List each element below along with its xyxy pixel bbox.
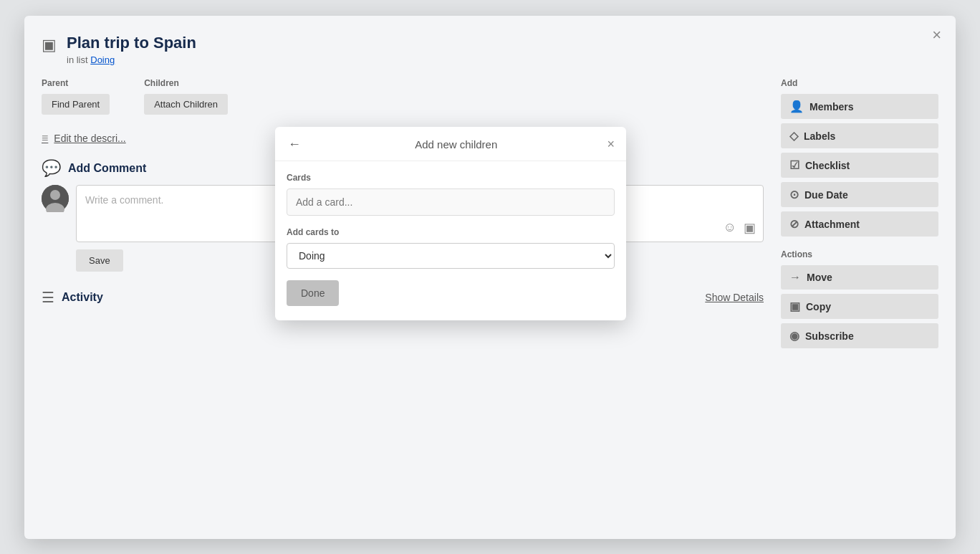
save-comment-button[interactable]: Save bbox=[76, 249, 123, 272]
add-children-popup: ← Add new children × Cards Add cards to … bbox=[275, 127, 626, 320]
avatar bbox=[42, 185, 69, 212]
popup-title: Add new children bbox=[305, 138, 607, 151]
find-parent-button[interactable]: Find Parent bbox=[42, 94, 110, 115]
activity-icon: ☰ bbox=[42, 289, 54, 306]
children-group: Children Attach Children bbox=[144, 78, 228, 115]
desc-icon: ≡ bbox=[42, 132, 48, 145]
comment-title: Add Comment bbox=[68, 162, 146, 175]
card-search-input[interactable] bbox=[287, 188, 615, 216]
members-button[interactable]: 👤 Members bbox=[781, 94, 938, 119]
modal-header: ▣ Plan trip to Spain in list Doing bbox=[42, 33, 938, 66]
members-label: Members bbox=[810, 101, 853, 113]
list-select[interactable]: Doing To Do Done bbox=[287, 243, 615, 269]
checklist-icon: ☑ bbox=[789, 158, 799, 172]
card-attach-icon[interactable]: ▣ bbox=[744, 220, 756, 236]
popup-done-button[interactable]: Done bbox=[287, 280, 339, 306]
emoji-icon[interactable]: ☺ bbox=[724, 220, 736, 236]
copy-button[interactable]: ▣ Copy bbox=[781, 294, 938, 319]
subscribe-label: Subscribe bbox=[805, 330, 854, 342]
move-icon: → bbox=[789, 271, 801, 284]
modal: × ▣ Plan trip to Spain in list Doing Par… bbox=[24, 16, 956, 539]
actions-section-title: Actions bbox=[781, 249, 938, 259]
subscribe-icon: ◉ bbox=[789, 329, 799, 343]
add-cards-to-label: Add cards to bbox=[287, 227, 615, 237]
popup-body: Cards Add cards to Doing To Do Done Done bbox=[275, 161, 626, 320]
attachment-label: Attachment bbox=[804, 219, 860, 230]
description-text: Edit the descri... bbox=[54, 133, 125, 144]
actions-section: Actions → Move ▣ Copy ◉ Subscribe bbox=[781, 249, 938, 348]
card-subtitle: in list Doing bbox=[67, 54, 196, 65]
labels-icon: ◇ bbox=[789, 129, 798, 143]
due-date-icon: ⊙ bbox=[789, 188, 799, 201]
checklist-button[interactable]: ☑ Checklist bbox=[781, 153, 938, 178]
members-icon: 👤 bbox=[789, 100, 804, 113]
card-icon: ▣ bbox=[42, 36, 57, 54]
right-panel: Add 👤 Members ◇ Labels ☑ Checklist ⊙ Due… bbox=[781, 78, 938, 521]
show-details-button[interactable]: Show Details bbox=[705, 292, 764, 303]
subscribe-button[interactable]: ◉ Subscribe bbox=[781, 323, 938, 348]
relations-row: Parent Find Parent Children Attach Child… bbox=[42, 78, 764, 115]
popup-close-button[interactable]: × bbox=[607, 137, 615, 152]
move-label: Move bbox=[807, 272, 832, 283]
comment-icon: 💬 bbox=[42, 159, 61, 178]
activity-title: Activity bbox=[62, 291, 103, 304]
card-title: Plan trip to Spain bbox=[67, 33, 196, 54]
labels-button[interactable]: ◇ Labels bbox=[781, 123, 938, 148]
add-section-title: Add bbox=[781, 78, 938, 88]
attachment-button[interactable]: ⊘ Attachment bbox=[781, 211, 938, 237]
list-link[interactable]: Doing bbox=[90, 54, 115, 65]
copy-icon: ▣ bbox=[789, 300, 800, 313]
popup-back-button[interactable]: ← bbox=[284, 135, 305, 153]
labels-label: Labels bbox=[804, 130, 835, 142]
modal-close-button[interactable]: × bbox=[932, 27, 941, 43]
parent-group: Parent Find Parent bbox=[42, 78, 110, 115]
move-button[interactable]: → Move bbox=[781, 265, 938, 290]
children-label: Children bbox=[144, 78, 228, 88]
attach-children-button[interactable]: Attach Children bbox=[144, 94, 228, 115]
popup-header: ← Add new children × bbox=[275, 127, 626, 161]
parent-label: Parent bbox=[42, 78, 110, 88]
due-date-label: Due Date bbox=[804, 189, 848, 201]
attachment-icon: ⊘ bbox=[789, 217, 799, 231]
copy-label: Copy bbox=[806, 301, 831, 312]
svg-point-1 bbox=[50, 190, 60, 200]
checklist-label: Checklist bbox=[805, 160, 850, 171]
due-date-button[interactable]: ⊙ Due Date bbox=[781, 182, 938, 207]
cards-label: Cards bbox=[287, 173, 615, 183]
